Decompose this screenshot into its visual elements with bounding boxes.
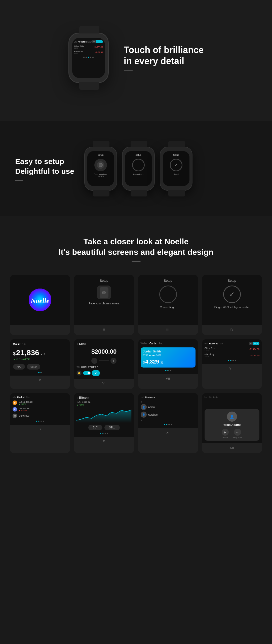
cards-tabs: Wallet Cards Rec xyxy=(141,342,196,345)
contacts-letter-b: b xyxy=(141,419,196,422)
wallet-add-btn[interactable]: ADD xyxy=(13,364,25,370)
svg-text:Noelle: Noelle xyxy=(30,297,50,305)
reiss-send-label: SEND xyxy=(222,436,228,438)
contact-avatar-abraham: 👤 xyxy=(141,412,147,418)
send-to-label: TO xyxy=(76,366,80,368)
closer-header: Take a closer look at Noelle It's beauti… xyxy=(10,236,262,262)
phone-inner-2 xyxy=(100,287,108,298)
records-tab-rds: rds xyxy=(205,342,208,345)
market-tab-market: Market xyxy=(17,396,25,398)
reiss-overlay: 👤 Reiss Adams ▶ SEND ↩ REQUEST xyxy=(205,409,259,441)
screen-content-4: Setup ✓ Bingo! We'll fetch your wallet xyxy=(202,275,262,325)
record1-amount: -$1574.50 xyxy=(94,46,103,48)
setup-card-title-3: Setup xyxy=(164,279,172,283)
screen-num-8: VIII xyxy=(229,367,235,370)
reiss-content: ket Contacts 👤 Reiss Adams ▶ SEND ↩ xyxy=(202,393,262,443)
send-minus-btn[interactable]: − xyxy=(91,358,97,364)
screen-content-3: Setup Connecting... xyxy=(138,275,198,325)
reiss-request-icon[interactable]: ↩ xyxy=(234,429,241,436)
record1-date: 21/08 xyxy=(74,47,84,49)
records-tab-records: Records xyxy=(209,342,218,345)
contact-name-aaron: Aaron xyxy=(148,406,155,409)
bitcoin-content: ‹ Bitcoin 1=$11,379.20 ▲ +1.5% xyxy=(74,393,134,437)
card-balance: 4,329 xyxy=(145,358,159,365)
records-item-1: Office Bills 21/08 -$1574.50 xyxy=(205,347,259,351)
eth-price: 1=$397.78 xyxy=(19,407,67,410)
toggle-in: IN xyxy=(91,40,96,43)
wallet-send-btn[interactable]: SEND xyxy=(27,364,40,370)
setup-desc-3: Bingo! xyxy=(174,173,179,175)
record2-label: Electricity xyxy=(74,50,83,53)
record2-date: 18/08 xyxy=(74,53,83,54)
record2-amount: -$122.50 xyxy=(95,51,103,53)
touch-divider xyxy=(124,70,133,71)
reiss-actions: ▶ SEND ↩ REQUEST xyxy=(222,429,242,438)
watch-toggle: IN OUT xyxy=(91,40,103,43)
rec2-amount: -$122.50 xyxy=(250,354,259,357)
reiss-request-label: REQUEST xyxy=(233,436,242,438)
wallet-dollar: $ xyxy=(13,351,16,356)
send-toggle[interactable] xyxy=(83,371,91,375)
watch-tab-records: Records xyxy=(77,41,87,43)
bell-icon: 🔔 xyxy=(76,371,82,376)
watch-tab-js: JS xyxy=(74,41,77,43)
screen-card-2: Setup Face your phone camera II xyxy=(74,275,134,335)
send-check-btn[interactable]: ✓ xyxy=(92,370,100,376)
reiss-name: Reiss Adams xyxy=(222,423,241,427)
closer-title: Take a closer look at Noelle It's beauti… xyxy=(10,236,262,257)
screens-grid-row1: Noelle I Setup Face your phone camera II xyxy=(10,275,262,335)
bitcoin-back-icon: ‹ xyxy=(76,396,77,399)
screens-grid-row3: rds Market Con B 1=$11,379.20 ▲ +1.5% E … xyxy=(10,393,262,453)
reiss-tab-ket: ket xyxy=(205,396,208,398)
market-dots xyxy=(13,421,67,422)
watch-dots xyxy=(74,57,103,58)
contacts-tabs: ket Contacts xyxy=(141,396,196,398)
records-item-2: Electricity 18/08 -$122.50 xyxy=(205,353,259,357)
setup-screen-title-1: Setup xyxy=(98,154,104,156)
wallet-dots xyxy=(13,372,67,373)
bitcoin-sell-btn[interactable]: SELL xyxy=(104,425,120,430)
wallet-amount: 21,836 xyxy=(16,348,39,357)
screen-card-11: ket Contacts a 👤 Aaron 👤 Abraham b xyxy=(138,393,198,453)
contacts-dots xyxy=(141,424,196,425)
records-in: IN xyxy=(249,342,253,345)
toggle-knob xyxy=(88,372,90,374)
send-plus-btn[interactable]: + xyxy=(110,358,116,364)
screen-card-4: Setup ✓ Bingo! We'll fetch your wallet I… xyxy=(202,275,262,335)
reiss-send-icon[interactable]: ▶ xyxy=(222,429,229,436)
records-dots xyxy=(205,360,259,361)
send-to-row: TO CHRISTOPER xyxy=(76,366,131,368)
setup-desc-2: Connecting... xyxy=(133,173,143,175)
noelle-logo: Noelle xyxy=(29,289,51,311)
bitcoin-dots xyxy=(76,433,131,434)
wallet-buttons: ADD SEND xyxy=(13,364,67,370)
send-controls: − + xyxy=(76,358,131,364)
market-item-btc: B 1=$11,379.20 ▲ +1.5% xyxy=(13,400,67,405)
contact-avatar-aaron: 👤 xyxy=(141,404,147,410)
send-confirm-row: 🔔 ✓ xyxy=(76,370,131,376)
phone-camera-dot xyxy=(102,291,106,294)
reiss-tab-contacts: Contacts xyxy=(209,396,218,398)
screen-num-6: VI xyxy=(102,382,105,385)
section-setup: Easy to setup Delightful to use Setup Fa… xyxy=(0,121,272,216)
setup-card-title-2: Setup xyxy=(100,279,108,283)
market-content: rds Market Con B 1=$11,379.20 ▲ +1.5% E … xyxy=(10,393,70,425)
bitcoin-buy-btn[interactable]: BUY xyxy=(88,425,103,430)
setup-divider xyxy=(15,180,23,181)
screen-card-12: ket Contacts 👤 Reiss Adams ▶ SEND ↩ xyxy=(202,393,262,453)
wallet-tab-wallet: Wallet xyxy=(13,343,20,345)
wallet-cents: .79 xyxy=(40,352,45,356)
watch-record-1: Office Bills 21/08 -$1574.50 xyxy=(74,45,103,49)
setup-card-desc-2: Face your phone camera xyxy=(89,302,119,305)
watch-device-main: JS Records Ma IN OUT Office Bills 21/08 … xyxy=(68,33,109,83)
phone-icon-2 xyxy=(97,286,111,299)
send-card-content: ‹ Send $2000.00 − + TO CHRISTOPER 🔔 xyxy=(74,339,134,379)
screen-content-2: Setup Face your phone camera xyxy=(74,275,134,325)
wallet-amount-row: $ 21,836 .79 xyxy=(13,348,67,357)
records-content: rds Records Ma IN OUT Office Bills 21/08… xyxy=(202,339,262,364)
section-touch: JS Records Ma IN OUT Office Bills 21/08 … xyxy=(0,0,272,121)
touch-text: Touch of brilliance in every detail xyxy=(124,45,204,71)
bingo-text: Bingo! We'll fetch your wallet xyxy=(214,306,250,309)
watch-setup-3: Setup ✓ Bingo! xyxy=(160,147,192,191)
market-tab-rds: rds xyxy=(13,396,16,398)
